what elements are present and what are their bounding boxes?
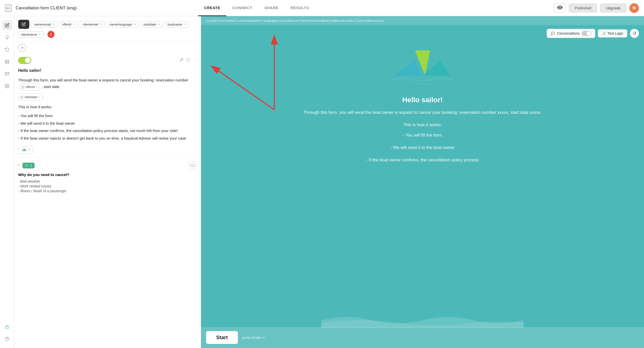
sidebar (0, 16, 14, 348)
svg-marker-23 (395, 60, 423, 76)
start-bar: Start press Enter ↵ (201, 327, 644, 348)
svg-marker-11 (24, 150, 27, 151)
boat-illustration (390, 40, 455, 91)
answer-1: - Work related issues (18, 184, 197, 188)
paragraph-startdate: startdate × . (18, 94, 197, 101)
conversations-button[interactable]: Conversations (547, 29, 595, 38)
preview-list-0: - You will fill the form (303, 132, 541, 139)
inline-var-startdate[interactable]: startdate × (18, 94, 42, 101)
preview-how-it-works: This is how it works: (303, 121, 541, 129)
paragraph-2: This is how it works: (18, 104, 197, 110)
answer-2: - Illness / death of a passenger (18, 189, 197, 193)
var-tag-clientname[interactable]: clientname× (18, 31, 43, 38)
add-block-row: + (14, 42, 201, 54)
var-tag-startdate[interactable]: startdate× (141, 21, 163, 28)
pencil-button[interactable] (18, 20, 29, 29)
sidebar-icon-settings[interactable] (2, 81, 12, 91)
paragraph1-text: Through this form, you will send the boa… (18, 78, 188, 82)
main-layout: owneremail× offerid× clientemail× ownerl… (0, 16, 644, 348)
choice-label: 1 (30, 164, 32, 167)
add-block-button[interactable]: + (18, 44, 26, 52)
refresh-preview-button[interactable]: ↺ (630, 29, 639, 38)
sidebar-icon-lock[interactable] (2, 322, 12, 332)
variable-count-badge: 7 (47, 31, 55, 38)
list-item-3: - If the boat owner rejects or doesn't g… (18, 135, 197, 142)
conversations-label: Conversations (557, 31, 580, 35)
block-card-1: ··· Hello sailor! Through this form, you… (14, 54, 201, 157)
conversations-toggle[interactable] (582, 31, 591, 36)
test-logic-label: Test Logic (607, 31, 623, 35)
avatar: N (629, 3, 639, 13)
var-startdate-label: startdate (24, 94, 37, 100)
var-tag-boatname[interactable]: boatname× (165, 21, 189, 28)
navbar: ← Cancellation form CLIENT (eng) CREATE … (0, 0, 644, 16)
press-enter-hint: press Enter ↵ (242, 335, 266, 340)
preview-url-bar: xxxx&clientemail=xxxxx&ownerlanguage=xxx… (201, 16, 644, 25)
text-between: , start date (42, 84, 60, 89)
eye-icon (557, 6, 563, 10)
svg-marker-10 (21, 150, 24, 151)
svg-rect-12 (191, 164, 195, 167)
image-tag-boat[interactable]: × (18, 146, 33, 154)
block-header-2: * 1 (18, 161, 197, 169)
preview-list-1: - We will send it to the boat owner (303, 144, 541, 151)
refresh-icon[interactable] (186, 58, 190, 63)
block-card-2: * 1 Why do you need to cancel? - Bad wea… (14, 157, 201, 197)
nav-right: Published Upgrade N (554, 3, 639, 13)
preview-text-content: Hello sailor! Through this form, you wil… (288, 96, 557, 169)
var-tag-offerid[interactable]: offerid× (60, 21, 78, 28)
var-tag-clientemail[interactable]: clientemail× (80, 21, 105, 28)
editor-panel: owneremail× offerid× clientemail× ownerl… (14, 16, 201, 348)
greeting-text: Hello sailor! (18, 67, 197, 74)
sidebar-icon-theme[interactable] (2, 32, 12, 42)
page-title: Cancellation form CLIENT (eng) (16, 6, 77, 11)
list-item-1: - We will send it to the boat owner (18, 120, 197, 127)
required-star: * (18, 163, 19, 167)
upgrade-button[interactable]: Upgrade (600, 4, 626, 12)
svg-point-4 (6, 85, 8, 87)
list-item-2: - If the boat owner confirms, the cancel… (18, 127, 197, 134)
back-icon: ← (6, 5, 11, 11)
more-icon[interactable]: ··· (193, 58, 197, 63)
inline-var-offerid[interactable]: offerid × (19, 83, 39, 91)
back-button[interactable]: ← (5, 4, 12, 12)
image-remove-icon[interactable]: × (29, 147, 30, 152)
sidebar-icon-help[interactable] (2, 334, 12, 344)
preview-content: Hello sailor! Through this form, you wil… (201, 25, 644, 348)
block-header-1: ··· (18, 57, 197, 64)
wrench-icon[interactable] (179, 58, 183, 63)
tab-create[interactable]: CREATE (198, 0, 226, 16)
sidebar-icon-table[interactable] (2, 57, 12, 67)
preview-button[interactable] (554, 3, 566, 13)
sidebar-icon-email[interactable] (2, 69, 12, 79)
var-offerid-label: offerid (26, 84, 35, 90)
answer-0: - Bad weather (18, 179, 197, 183)
sidebar-icon-edit[interactable] (2, 20, 12, 30)
sidebar-icon-logic[interactable] (2, 45, 12, 55)
nav-tabs: CREATE CONNECT SHARE RESULTS (198, 0, 315, 16)
var-tag-ownerlanguage[interactable]: ownerlanguage× (107, 21, 139, 28)
preview-toolbar: Conversations Test Logic ↺ (547, 29, 639, 38)
tab-connect[interactable]: CONNECT (226, 0, 258, 16)
tab-share[interactable]: SHARE (258, 0, 285, 16)
list-item-0: - You will fill the form (18, 113, 197, 119)
block-text-1: Hello sailor! Through this form, you wil… (18, 67, 197, 154)
preview-panel: xxxx&clientemail=xxxxx&ownerlanguage=xxx… (201, 16, 644, 348)
published-button[interactable]: Published (569, 4, 597, 12)
svg-rect-0 (5, 60, 9, 63)
preview-list-2: - If the boat owner confirms, the cancel… (303, 157, 541, 164)
test-logic-button[interactable]: Test Logic (598, 29, 627, 37)
choice-badge[interactable]: 1 (22, 163, 34, 168)
paragraph-1: Through this form, you will send the boa… (18, 77, 197, 91)
var-tag-owneremail[interactable]: owneremail× (31, 21, 58, 28)
keyboard-icon[interactable] (189, 161, 197, 169)
question-text: Why do you need to cancel? (18, 172, 197, 177)
tab-results[interactable]: RESULTS (284, 0, 315, 16)
preview-paragraph: Through this form, you will send the boa… (303, 109, 541, 116)
svg-rect-5 (6, 327, 9, 328)
wave-decoration (201, 313, 644, 328)
block-toggle-1[interactable] (18, 57, 31, 64)
variable-bar: owneremail× offerid× clientemail× ownerl… (14, 16, 201, 42)
preview-greeting: Hello sailor! (303, 96, 541, 104)
start-button[interactable]: Start (206, 331, 238, 344)
